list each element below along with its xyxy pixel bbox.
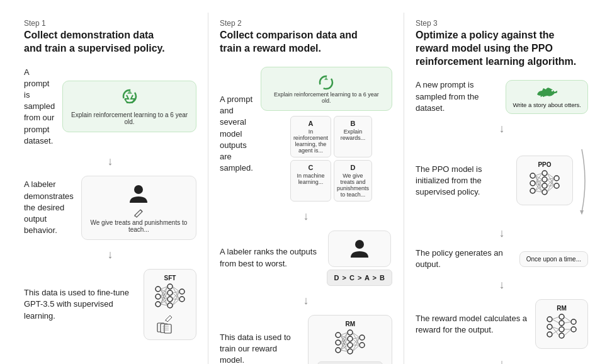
svg-line-23 [173, 287, 179, 292]
step2-grid: A In reinforcement learning, the agent i… [290, 116, 363, 202]
svg-point-41 [336, 348, 341, 353]
svg-point-69 [530, 173, 535, 178]
step2-row1-text: A prompt and several model outputs are s… [220, 94, 253, 174]
svg-point-46 [360, 335, 365, 340]
svg-point-104 [559, 333, 564, 338]
step2-row2: A labeler ranks the outputs from best to… [220, 230, 392, 286]
dino-icon [513, 86, 581, 100]
svg-point-4 [156, 302, 161, 307]
once-upon-text: Once upon a time... [526, 256, 581, 263]
steps-container: Step 1 Collect demonstration dataand tra… [13, 13, 599, 364]
pen-icon [133, 207, 144, 219]
step2-row3: This data is used to train our reward mo… [220, 315, 392, 364]
step3-prompt-text: Write a story about otters. [513, 101, 581, 108]
step1-prompt-text: Explain reinforcement learning to a 6 ye… [71, 111, 188, 125]
step1-content: A prompt is sampled from our prompt data… [24, 67, 196, 340]
arrow6: ↓ [499, 227, 505, 239]
step-1: Step 1 Collect demonstration dataand tra… [13, 13, 208, 364]
svg-line-60 [353, 333, 360, 338]
svg-point-99 [547, 324, 552, 329]
svg-line-111 [552, 329, 559, 334]
svg-point-7 [167, 297, 173, 302]
svg-point-75 [542, 190, 547, 195]
step1-row3-text: This data is used to fine-tune GPT-3.5 w… [24, 287, 136, 322]
arrow8: ↓ [499, 358, 505, 364]
step3-label: Step 3 [416, 19, 588, 28]
neural-net-icon [153, 283, 187, 310]
docs-icon [156, 322, 184, 334]
svg-line-108 [552, 319, 559, 323]
step2-prompt-card: Explain reinforcement learning to a 6 ye… [261, 67, 392, 111]
step2-rm-card: RM [308, 315, 392, 364]
step3-row3-text: The policy generates an output. [416, 247, 512, 270]
svg-point-6 [167, 290, 173, 295]
svg-point-106 [571, 327, 576, 332]
svg-point-76 [554, 176, 559, 181]
svg-point-42 [348, 330, 353, 335]
step2-label: Step 2 [220, 19, 392, 28]
step3-row1: A new prompt is sampled from the dataset… [416, 79, 588, 114]
svg-point-9 [179, 289, 184, 294]
step3-rm-card: RM [535, 299, 588, 349]
arrow2: ↓ [108, 249, 113, 260]
step1-labeler-text: We give treats and punishments to teach.… [89, 219, 188, 233]
svg-line-30 [173, 299, 179, 305]
svg-line-67 [353, 345, 360, 351]
step3-row3: The policy generates an output. Once upo… [416, 247, 588, 270]
step2-rm-label: RM [345, 321, 355, 327]
grid-cell-d: D We give treats and punishments to teac… [334, 160, 372, 202]
svg-point-72 [542, 171, 547, 176]
step1-title: Collect demonstration dataand train a su… [24, 29, 196, 55]
step1-prompt-card: Explain reinforcement learning to a 6 ye… [62, 81, 196, 132]
svg-line-113 [564, 322, 571, 323]
step3-row4-text: The reward model calculates a reward for… [416, 313, 528, 336]
step2-row3-text: This data is used to train our reward mo… [220, 332, 300, 364]
svg-point-8 [167, 303, 173, 308]
svg-point-105 [571, 319, 576, 324]
svg-line-96 [547, 186, 554, 192]
arrow4: ↓ [303, 295, 309, 306]
svg-point-43 [348, 336, 353, 341]
svg-line-107 [552, 317, 559, 319]
step-3: Step 3 Optimize a policy against the rew… [404, 13, 599, 364]
person-icon2 [348, 237, 371, 260]
step3-row4: The reward model calculates a reward for… [416, 299, 588, 349]
step2-ranking2: D > C > A > B [317, 361, 383, 364]
svg-point-101 [559, 314, 564, 319]
person-icon [127, 183, 150, 207]
svg-point-73 [542, 177, 547, 182]
grid-cell-c: C In machine learning... [290, 160, 331, 202]
recycle-icon [121, 88, 139, 109]
rm-neural-net [333, 329, 367, 356]
ppo-label: PPO [538, 161, 551, 168]
svg-line-112 [564, 317, 571, 322]
svg-point-10 [179, 297, 184, 302]
svg-point-102 [559, 321, 564, 326]
svg-point-71 [530, 188, 535, 193]
step3-row2-text: The PPO model is initialized from the su… [416, 164, 509, 198]
step2-labeler-section: D > C > A > B [327, 230, 392, 286]
step1-row1: A prompt is sampled from our prompt data… [24, 67, 196, 147]
step3-rm-neural-net [545, 313, 579, 341]
svg-point-38 [355, 240, 364, 249]
svg-point-98 [547, 317, 552, 322]
svg-point-70 [530, 181, 535, 186]
step3-content: A new prompt is sampled from the dataset… [416, 79, 588, 364]
arrow7: ↓ [499, 279, 505, 290]
grid-cell-a: A In reinforcement learning, the agent i… [290, 116, 331, 157]
curved-back-arrow [575, 143, 588, 219]
svg-point-5 [167, 284, 173, 289]
step2-content: A prompt and several model outputs are s… [220, 67, 392, 364]
step1-row2: A labeler demonstrates the desired outpu… [24, 176, 196, 240]
step1-row1-text: A prompt is sampled from our prompt data… [24, 67, 55, 147]
step-2: Step 2 Collect comparison data andtrain … [208, 13, 404, 364]
svg-marker-97 [580, 210, 584, 215]
svg-point-44 [348, 343, 353, 348]
arrow3: ↓ [303, 210, 309, 222]
step1-label: Step 1 [24, 19, 196, 28]
grid-cell-b: B Explain rewards... [334, 116, 372, 157]
step3-row1-text: A new prompt is sampled from the dataset… [416, 79, 498, 114]
svg-point-39 [336, 333, 341, 338]
ppo-neural-net [528, 169, 562, 197]
sft-label: SFT [164, 275, 176, 282]
